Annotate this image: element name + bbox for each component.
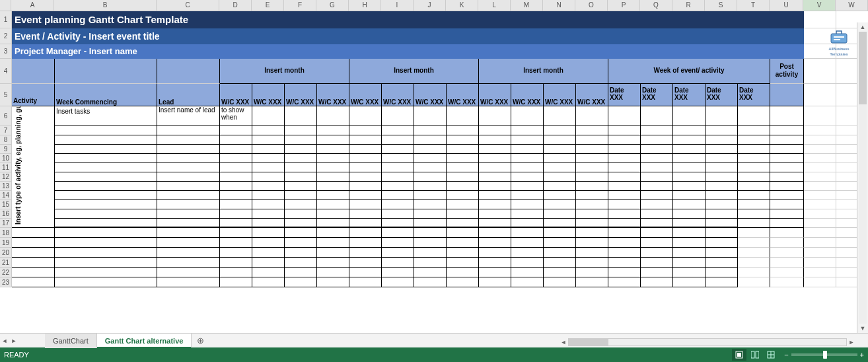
view-page-break-button[interactable] bbox=[764, 349, 778, 361]
col-header-F[interactable]: F bbox=[284, 0, 316, 11]
col-header-M[interactable]: M bbox=[511, 0, 543, 11]
hdr-activity: Activity bbox=[12, 84, 55, 106]
sheet-tab-gantt-chart-alternative[interactable]: Gantt Chart alternative bbox=[97, 334, 192, 348]
hdr-post-activity: Post activity bbox=[770, 59, 804, 84]
hdr-wc-4: W/C XXX bbox=[349, 84, 382, 106]
allbusiness-logo: AllBusiness Templates bbox=[826, 30, 852, 60]
view-page-layout-button[interactable] bbox=[748, 349, 762, 361]
view-normal-button[interactable] bbox=[732, 349, 746, 361]
row-header-11[interactable]: 11 bbox=[0, 163, 12, 172]
row-header-9[interactable]: 9 bbox=[0, 145, 12, 154]
excel-app: ABCDEFGHIJKLMNOPQRSTUVW 1Event planning … bbox=[0, 0, 868, 362]
hdr-wc-7: W/C XXX bbox=[447, 84, 479, 106]
zoom-controls: − + bbox=[784, 351, 864, 359]
zoom-slider[interactable] bbox=[791, 353, 857, 356]
status-bar: READY − + bbox=[0, 347, 868, 362]
col-header-E[interactable]: E bbox=[252, 0, 284, 11]
hdr-wc-9: W/C XXX bbox=[511, 84, 544, 106]
col-header-U[interactable]: U bbox=[770, 0, 803, 11]
row-header-18[interactable]: 18 bbox=[0, 228, 12, 238]
cell-show-when[interactable]: to show when bbox=[220, 106, 252, 126]
sheet-tabs-bar: ◄ ► GanttChartGantt Chart alternative ⊕ … bbox=[0, 333, 868, 347]
sheet-tab-ganttchart[interactable]: GanttChart bbox=[45, 334, 97, 348]
row-header-20[interactable]: 20 bbox=[0, 248, 12, 258]
col-header-G[interactable]: G bbox=[316, 0, 349, 11]
select-all-corner[interactable] bbox=[0, 0, 11, 11]
cell-insert-tasks[interactable]: Insert tasks bbox=[55, 106, 157, 126]
grid-area[interactable]: 1Event planning Gantt Chart Template2Eve… bbox=[0, 11, 868, 333]
svg-rect-1 bbox=[834, 36, 844, 38]
row-header-7[interactable]: 7 bbox=[0, 126, 12, 135]
row-header-21[interactable]: 21 bbox=[0, 258, 12, 268]
activity-type-merged: Insert type of activity, eg, planning, g… bbox=[12, 106, 55, 228]
cell-insert-lead[interactable]: Insert name of lead bbox=[157, 106, 220, 126]
row-header-6[interactable]: 6 bbox=[0, 106, 12, 126]
hdr-wc-2: W/C XXX bbox=[285, 84, 317, 106]
row-header-8[interactable]: 8 bbox=[0, 135, 12, 145]
row-header-15[interactable]: 15 bbox=[0, 200, 12, 209]
col-header-A[interactable]: A bbox=[11, 0, 54, 11]
tab-nav-next[interactable]: ► bbox=[9, 334, 18, 347]
hdr-wc-6: W/C XXX bbox=[414, 84, 447, 106]
col-header-T[interactable]: T bbox=[737, 0, 770, 11]
hdr-month-0: Insert month bbox=[220, 59, 349, 84]
svg-rect-2 bbox=[834, 39, 840, 40]
row-header-19[interactable]: 19 bbox=[0, 238, 12, 248]
logo-text-1: AllBusiness bbox=[826, 47, 852, 51]
hdr-date-3: Date XXX bbox=[705, 84, 738, 106]
col-header-I[interactable]: I bbox=[381, 0, 414, 11]
row-header-10[interactable]: 10 bbox=[0, 154, 12, 163]
hdr-weekcomm-top bbox=[55, 59, 157, 84]
hdr-date-1: Date XXX bbox=[641, 84, 673, 106]
zoom-out-button[interactable]: − bbox=[784, 351, 788, 359]
activity-type-rotated-text: Insert type of activity, eg, planning, g… bbox=[13, 106, 23, 227]
svg-rect-4 bbox=[737, 353, 741, 357]
scroll-down-arrow[interactable]: ▼ bbox=[857, 324, 868, 333]
new-sheet-button[interactable]: ⊕ bbox=[192, 336, 209, 345]
hdr-wc-1: W/C XXX bbox=[252, 84, 285, 106]
vertical-scrollbar[interactable]: ▲ ▼ bbox=[857, 22, 868, 333]
row-header-16[interactable]: 16 bbox=[0, 209, 12, 219]
row-header-22[interactable]: 22 bbox=[0, 268, 12, 277]
row-header-1[interactable]: 1 bbox=[0, 11, 12, 28]
row-header-4[interactable]: 4 bbox=[0, 59, 12, 84]
col-header-C[interactable]: C bbox=[157, 0, 219, 11]
row-header-12[interactable]: 12 bbox=[0, 172, 12, 182]
hscroll-thumb[interactable] bbox=[569, 339, 608, 345]
row-header-13[interactable]: 13 bbox=[0, 182, 12, 191]
hdr-wc-3: W/C XXX bbox=[317, 84, 349, 106]
scroll-up-arrow[interactable]: ▲ bbox=[857, 22, 868, 32]
col-header-J[interactable]: J bbox=[414, 0, 446, 11]
hdr-date-4: Date XXX bbox=[738, 84, 770, 106]
col-header-V[interactable]: V bbox=[803, 0, 836, 11]
col-header-R[interactable]: R bbox=[672, 0, 705, 11]
hdr-week-of-event: Week of event/ activity bbox=[608, 59, 770, 84]
col-header-O[interactable]: O bbox=[575, 0, 608, 11]
col-header-S[interactable]: S bbox=[705, 0, 737, 11]
row-header-23[interactable]: 23 bbox=[0, 277, 12, 287]
tab-nav-prev[interactable]: ◄ bbox=[0, 334, 9, 347]
col-header-D[interactable]: D bbox=[219, 0, 252, 11]
hscroll-left-arrow[interactable]: ◄ bbox=[559, 339, 568, 345]
hscroll-right-arrow[interactable]: ► bbox=[847, 339, 856, 345]
hdr-wc-0: W/C XXX bbox=[220, 84, 252, 106]
svg-rect-5 bbox=[751, 351, 754, 358]
row-header-14[interactable]: 14 bbox=[0, 191, 12, 200]
row-header-5[interactable]: 5 bbox=[0, 84, 12, 106]
column-header-row: ABCDEFGHIJKLMNOPQRSTUVW bbox=[0, 0, 868, 11]
vscroll-thumb[interactable] bbox=[859, 32, 867, 104]
horizontal-scrollbar[interactable]: ◄ ► bbox=[559, 336, 856, 347]
row-header-17[interactable]: 17 bbox=[0, 219, 12, 228]
zoom-in-button[interactable]: + bbox=[860, 351, 864, 359]
title-event: Event / Activity - Insert event title bbox=[12, 28, 804, 44]
row-header-3[interactable]: 3 bbox=[0, 44, 12, 59]
col-header-P[interactable]: P bbox=[608, 0, 640, 11]
col-header-H[interactable]: H bbox=[349, 0, 381, 11]
row-header-2[interactable]: 2 bbox=[0, 28, 12, 44]
col-header-W[interactable]: W bbox=[836, 0, 868, 11]
col-header-K[interactable]: K bbox=[446, 0, 478, 11]
col-header-N[interactable]: N bbox=[543, 0, 575, 11]
col-header-Q[interactable]: Q bbox=[640, 0, 672, 11]
col-header-L[interactable]: L bbox=[478, 0, 511, 11]
col-header-B[interactable]: B bbox=[54, 0, 157, 11]
